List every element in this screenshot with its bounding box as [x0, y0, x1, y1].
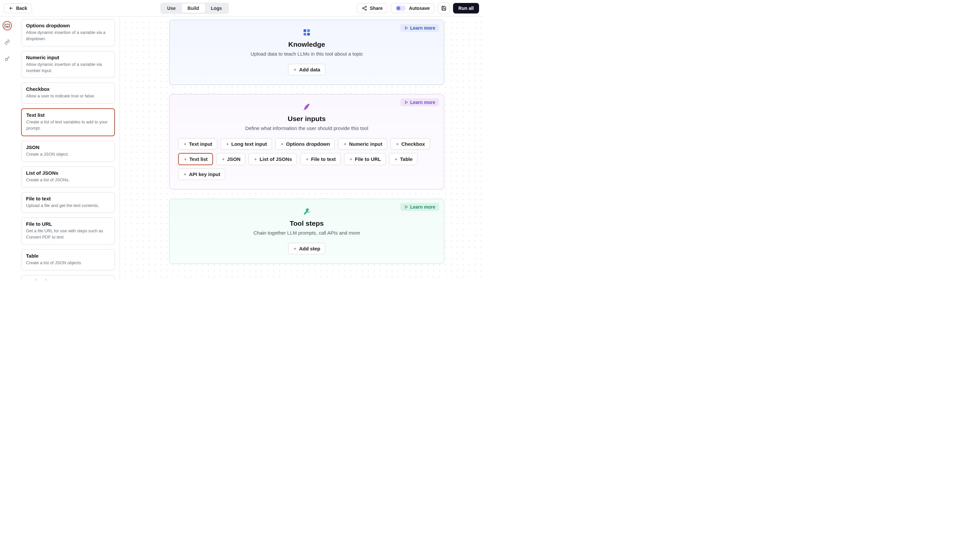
save-icon — [441, 6, 447, 11]
chip-label: List of JSONs — [260, 156, 292, 162]
chip-label: Long text input — [232, 141, 267, 147]
card-desc: Allow dynamic insertion of a variable vi… — [26, 29, 110, 42]
plus-icon — [183, 157, 187, 161]
chip-table[interactable]: Table — [389, 153, 417, 165]
chip-api-key-input[interactable]: API key input — [178, 169, 225, 180]
autosave-panel: Autosave — [391, 3, 435, 13]
chip-list-of-jsons[interactable]: List of JSONs — [248, 153, 297, 165]
plus-icon — [305, 157, 309, 161]
svg-rect-7 — [307, 29, 310, 32]
chip-text-list[interactable]: Text list — [178, 153, 213, 165]
canvas-inner: Learn more Knowledge Upload data to teac… — [120, 16, 483, 280]
chip-label: Table — [400, 156, 412, 162]
toolsteps-title: Tool steps — [177, 219, 437, 228]
card-options-dropdown[interactable]: Options dropdown Allow dynamic insertion… — [21, 19, 115, 46]
key-icon — [5, 56, 10, 61]
card-desc: Create a JSON object. — [26, 151, 110, 157]
tab-use[interactable]: Use — [161, 3, 182, 13]
rail-item-key[interactable] — [3, 54, 12, 63]
play-icon — [404, 205, 408, 209]
card-checkbox[interactable]: Checkbox Allow a user to indicate true o… — [21, 83, 115, 104]
knowledge-icon — [302, 28, 312, 37]
userinputs-desc: Define what information the user should … — [177, 125, 437, 131]
chip-file-to-text[interactable]: File to text — [300, 153, 341, 165]
add-data-label: Add data — [299, 67, 320, 72]
plus-icon — [183, 172, 187, 176]
userinputs-icon — [302, 102, 312, 111]
back-button[interactable]: Back — [4, 3, 32, 13]
share-button[interactable]: Share — [357, 3, 388, 13]
tool-steps-section: Learn more Tool steps Chain together LLM… — [169, 199, 444, 264]
card-desc: Allow a user to indicate true or false. — [26, 93, 110, 99]
arrow-left-icon — [9, 6, 13, 10]
svg-rect-9 — [307, 33, 310, 36]
tab-logs[interactable]: Logs — [205, 3, 228, 13]
plus-icon — [221, 157, 225, 161]
chip-text-input[interactable]: Text input — [178, 138, 217, 150]
toolsteps-desc: Chain together LLM prompts, call APIs an… — [177, 230, 437, 236]
learn-more-toolsteps[interactable]: Learn more — [400, 203, 439, 211]
run-all-button[interactable]: Run all — [453, 3, 479, 13]
chip-file-to-url[interactable]: File to URL — [344, 153, 386, 165]
chip-options-dropdown[interactable]: Options dropdown — [275, 138, 335, 150]
header-right: Share Autosave Run all — [357, 2, 479, 14]
card-api-key-input[interactable]: API key input Allow dynamic insertion of… — [21, 275, 115, 280]
plus-icon — [225, 142, 230, 146]
card-desc: Create a list of JSON objects — [26, 260, 110, 266]
card-title: List of JSONs — [26, 170, 110, 176]
card-title: Options dropdown — [26, 23, 110, 28]
plus-icon — [343, 142, 347, 146]
card-numeric-input[interactable]: Numeric input Allow dynamic insertion of… — [21, 51, 115, 78]
svg-marker-11 — [405, 206, 407, 208]
svg-point-0 — [365, 6, 366, 7]
knowledge-section: Learn more Knowledge Upload data to teac… — [169, 20, 444, 85]
plus-icon — [183, 142, 187, 146]
add-data-button[interactable]: Add data — [288, 64, 325, 75]
builder-canvas[interactable]: Learn more Knowledge Upload data to teac… — [120, 16, 483, 280]
play-icon — [404, 26, 408, 30]
card-desc: Allow dynamic insertion of a variable vi… — [26, 62, 110, 74]
learn-more-label: Learn more — [410, 25, 435, 31]
card-title: Text list — [26, 112, 110, 118]
plus-icon — [293, 68, 297, 72]
card-title: File to text — [26, 196, 110, 201]
share-icon — [362, 6, 367, 11]
link-icon — [5, 39, 10, 45]
autosave-toggle[interactable] — [396, 6, 406, 11]
chip-label: Numeric input — [349, 141, 382, 147]
side-rail — [0, 16, 15, 280]
share-label: Share — [370, 6, 383, 11]
add-step-button[interactable]: Add step — [288, 243, 325, 254]
card-desc: Upload a file and get the text contents. — [26, 203, 110, 209]
chip-long-text-input[interactable]: Long text input — [220, 138, 272, 150]
save-button[interactable] — [438, 2, 450, 14]
rail-item-link[interactable] — [3, 38, 12, 47]
autosave-label: Autosave — [409, 6, 430, 11]
plus-icon — [253, 157, 258, 161]
learn-more-knowledge[interactable]: Learn more — [400, 24, 439, 32]
learn-more-userinputs[interactable]: Learn more — [400, 98, 439, 106]
chip-checkbox[interactable]: Checkbox — [391, 138, 430, 150]
chip-label: Text input — [189, 141, 212, 147]
chip-json[interactable]: JSON — [216, 153, 246, 165]
svg-point-2 — [365, 9, 366, 10]
knowledge-desc: Upload data to teach LLMs in this tool a… — [177, 51, 437, 57]
chip-numeric-input[interactable]: Numeric input — [338, 138, 387, 150]
add-step-label: Add step — [299, 246, 320, 251]
card-file-to-text[interactable]: File to text Upload a file and get the t… — [21, 192, 115, 213]
card-title: Checkbox — [26, 86, 110, 92]
card-table[interactable]: Table Create a list of JSON objects — [21, 249, 115, 270]
chip-label: Options dropdown — [286, 141, 330, 147]
toolsteps-icon — [302, 207, 312, 216]
keyboard-icon — [5, 24, 10, 28]
svg-marker-5 — [405, 27, 407, 29]
card-json[interactable]: JSON Create a JSON object. — [21, 141, 115, 162]
rail-item-inputs[interactable] — [3, 21, 12, 30]
card-text-list[interactable]: Text list Create a list of text variable… — [21, 108, 115, 136]
card-file-to-url[interactable]: File to URL Get a file URL for use with … — [21, 218, 115, 245]
userinputs-title: User inputs — [177, 115, 437, 123]
card-list-of-jsons[interactable]: List of JSONs Create a list of JSONs. — [21, 167, 115, 188]
tab-build[interactable]: Build — [182, 3, 205, 13]
card-desc: Get a file URL for use with steps such a… — [26, 228, 110, 241]
card-desc: Create a list of text variables to add t… — [26, 119, 110, 132]
